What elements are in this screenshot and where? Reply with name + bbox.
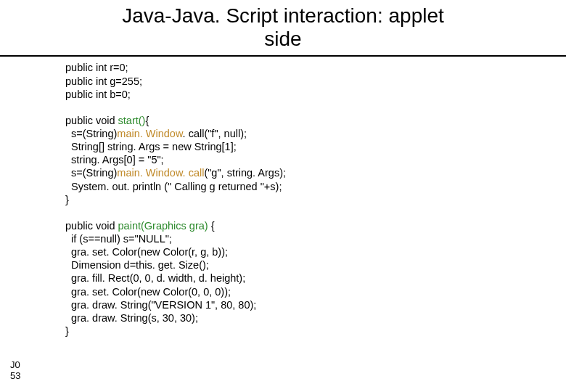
- code-line: public int b=0;: [65, 89, 131, 100]
- code-line: gra. set. Color(new Color(r, g, b));: [65, 246, 228, 258]
- code-text: s=(String): [65, 128, 117, 139]
- code-line: gra. draw. String("VERSION 1", 80, 80);: [65, 299, 256, 311]
- title-line-2: side: [264, 28, 301, 50]
- code-line: public int g=255;: [65, 75, 142, 87]
- title-line-1: Java-Java. Script interaction: applet: [122, 4, 444, 27]
- code-line: gra. set. Color(new Color(0, 0, 0));: [65, 286, 231, 298]
- highlighted-call: main. Window: [117, 128, 182, 139]
- code-line: if (s==null) s="NULL";: [65, 233, 172, 245]
- code-line: public int r=0;: [65, 62, 128, 73]
- code-line: gra. fill. Rect(0, 0, d. width, d. heigh…: [65, 272, 245, 284]
- code-line: Dimension d=this. get. Size();: [65, 259, 209, 271]
- method-name: paint(Graphics gra): [118, 220, 208, 232]
- code-text: . call("f", null);: [183, 128, 247, 139]
- slide: Java-Java. Script interaction: applet si…: [0, 0, 566, 392]
- highlighted-call: main. Window. call: [117, 167, 204, 179]
- code-text: {: [208, 220, 215, 232]
- code-line: String[] string. Args = new String[1];: [65, 141, 237, 152]
- method-name: start(): [118, 115, 146, 126]
- code-line: }: [65, 325, 69, 337]
- code-line: public void: [65, 115, 118, 126]
- slide-title: Java-Java. Script interaction: applet si…: [0, 0, 566, 51]
- code-text: {: [145, 115, 149, 126]
- code-text: s=(String): [65, 167, 117, 179]
- code-line: System. out. println (" Calling g return…: [65, 181, 282, 192]
- slide-number-bottom: 53: [10, 370, 20, 381]
- slide-number-top: J0: [10, 359, 20, 370]
- code-text: public void: [65, 220, 118, 232]
- code-line: string. Args[0] = "5";: [65, 154, 164, 166]
- code-line: gra. draw. String(s, 30, 30);: [65, 312, 198, 324]
- title-divider: [0, 55, 566, 57]
- code-block: public int r=0; public int g=255; public…: [65, 61, 566, 338]
- code-text: ("g", string. Args);: [204, 167, 286, 179]
- code-line: }: [65, 194, 69, 205]
- slide-number: J0 53: [10, 360, 20, 382]
